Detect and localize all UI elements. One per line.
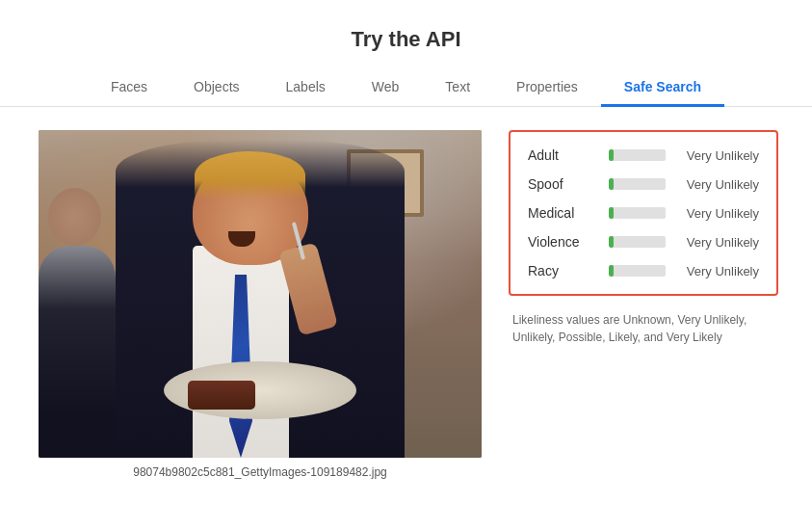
tab-safe-search[interactable]: Safe Search (601, 69, 724, 107)
tab-text[interactable]: Text (422, 69, 493, 107)
safe-search-row-violence: ViolenceVery Unlikely (528, 234, 759, 250)
safe-search-row-adult: AdultVery Unlikely (528, 147, 759, 163)
row-label-spoof: Spoof (528, 176, 597, 192)
row-value-medical: Very Unlikely (677, 206, 759, 221)
row-label-violence: Violence (528, 234, 597, 250)
tab-properties[interactable]: Properties (493, 69, 601, 107)
image-container: 98074b9802c5c881_GettyImages-109189482.j… (39, 130, 482, 479)
bar-container-medical (609, 207, 666, 219)
tab-faces[interactable]: Faces (88, 69, 170, 107)
main-image (39, 130, 482, 458)
tab-bar: FacesObjectsLabelsWebTextPropertiesSafe … (0, 69, 812, 107)
bar-container-racy (609, 265, 666, 277)
bar-fill-medical (609, 207, 614, 219)
safe-search-box: AdultVery UnlikelySpoofVery UnlikelyMedi… (509, 130, 778, 296)
row-value-spoof: Very Unlikely (677, 177, 759, 192)
bar-fill-adult (609, 149, 614, 161)
bar-fill-racy (609, 265, 614, 277)
page-title: Try the API (0, 0, 812, 69)
bar-container-adult (609, 149, 666, 161)
safe-search-row-racy: RacyVery Unlikely (528, 263, 759, 278)
tab-objects[interactable]: Objects (170, 69, 262, 107)
disclaimer: Likeliness values are Unknown, Very Unli… (509, 311, 778, 346)
bar-container-violence (609, 236, 666, 248)
tab-labels[interactable]: Labels (263, 69, 349, 107)
row-label-medical: Medical (528, 205, 597, 221)
image-caption: 98074b9802c5c881_GettyImages-109189482.j… (39, 465, 482, 479)
main-content: 98074b9802c5c881_GettyImages-109189482.j… (0, 107, 812, 502)
row-label-racy: Racy (528, 263, 597, 278)
bar-fill-violence (609, 236, 614, 248)
row-value-racy: Very Unlikely (677, 264, 759, 278)
results-panel: AdultVery UnlikelySpoofVery UnlikelyMedi… (509, 130, 778, 346)
safe-search-row-medical: MedicalVery Unlikely (528, 205, 759, 221)
safe-search-row-spoof: SpoofVery Unlikely (528, 176, 759, 192)
row-value-violence: Very Unlikely (677, 235, 759, 250)
tab-web[interactable]: Web (349, 69, 423, 107)
row-label-adult: Adult (528, 147, 597, 163)
row-value-adult: Very Unlikely (677, 148, 759, 163)
bar-fill-spoof (609, 178, 614, 190)
bar-container-spoof (609, 178, 666, 190)
